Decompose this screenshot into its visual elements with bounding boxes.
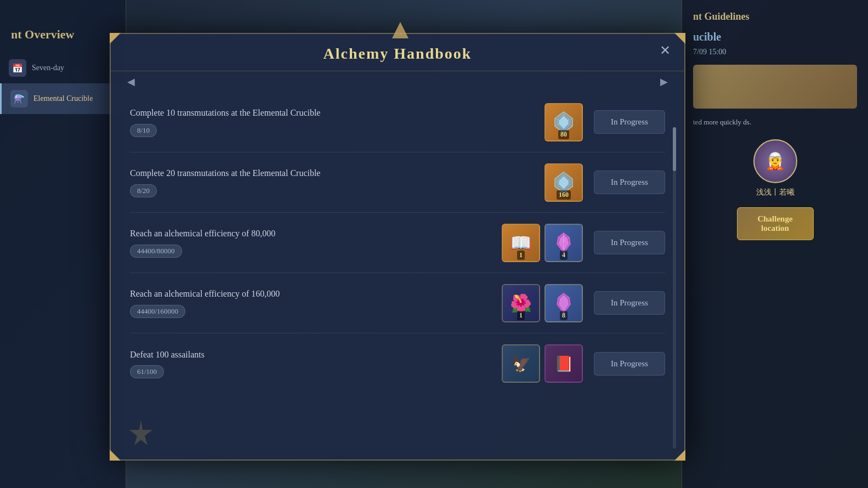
nav-left-arrow[interactable]: ◀ bbox=[127, 76, 135, 88]
nav-arrows-row: ◀ ▶ bbox=[111, 71, 684, 92]
task-rewards: 160 bbox=[544, 163, 583, 202]
elemental-crucible-icon: ⚗️ bbox=[10, 90, 28, 107]
reward-count: 8 bbox=[560, 311, 568, 320]
sidebar-item-label-crucible: Elemental Crucible bbox=[33, 94, 93, 103]
task-rewards: 🌺 1 8 bbox=[502, 284, 583, 322]
star-decoration-bl bbox=[127, 419, 155, 449]
reward-count: 1 bbox=[517, 311, 525, 320]
character-section: 🧝 浅浅丨若曦 Challenge location bbox=[693, 139, 857, 240]
challenge-btn-label: Challenge location bbox=[757, 214, 792, 232]
sidebar-item-elemental-crucible[interactable]: ⚗️ Elemental Crucible bbox=[0, 83, 126, 114]
task-status: In Progress bbox=[594, 291, 665, 315]
task-rewards: 80 bbox=[544, 103, 583, 141]
reward-item-flower: 🌺 1 bbox=[502, 284, 540, 322]
svg-rect-6 bbox=[110, 456, 114, 461]
challenge-location-button[interactable]: Challenge location bbox=[737, 207, 814, 240]
crystal-reward-icon: 8 bbox=[544, 284, 583, 322]
task-progress: 44400/160000 bbox=[130, 305, 185, 318]
reward-item-crystal: 4 bbox=[544, 224, 583, 262]
crystal-reward-icon: 4 bbox=[544, 224, 583, 262]
task-info: Defeat 100 assailants 61/100 bbox=[130, 349, 491, 378]
task-status: In Progress bbox=[594, 231, 665, 254]
right-panel: nt Guidelines ucible 7/09 15:00 ted more… bbox=[682, 0, 868, 488]
task-progress: 8/20 bbox=[130, 184, 157, 197]
corner-decoration-bl bbox=[110, 444, 126, 461]
character-reward-icon: 🦅 bbox=[502, 344, 540, 383]
reward-item-character: 🦅 bbox=[502, 344, 540, 383]
reward-item-crystal: 8 bbox=[544, 284, 583, 322]
scrollbar-thumb[interactable] bbox=[673, 127, 676, 171]
top-decoration bbox=[389, 22, 411, 41]
task-info: Complete 10 transmutations at the Elemen… bbox=[130, 107, 534, 137]
task-progress: 61/100 bbox=[130, 365, 164, 378]
seven-day-icon: 📅 bbox=[9, 59, 26, 77]
right-panel-description: ted more quickly ds. bbox=[693, 117, 857, 128]
flower-reward-icon: 🌺 1 bbox=[502, 284, 540, 322]
svg-marker-9 bbox=[129, 420, 152, 445]
scrollbar-track[interactable] bbox=[673, 127, 676, 449]
svg-marker-0 bbox=[392, 22, 409, 38]
task-row: Complete 10 transmutations at the Elemen… bbox=[130, 92, 665, 152]
book-reward-icon: 📕 bbox=[544, 344, 583, 383]
close-button[interactable]: ✕ bbox=[660, 44, 671, 57]
reward-item: 80 bbox=[544, 103, 583, 141]
task-title: Reach an alchemical efficiency of 80,000 bbox=[130, 228, 491, 240]
tasks-list: Complete 10 transmutations at the Elemen… bbox=[111, 92, 684, 452]
svg-rect-8 bbox=[681, 456, 685, 461]
reward-count: 160 bbox=[557, 190, 571, 200]
modal-title: Alchemy Handbook bbox=[324, 45, 472, 63]
right-panel-subtitle: ucible bbox=[693, 31, 857, 43]
task-rewards: 🦅 📕 bbox=[502, 344, 583, 383]
sidebar-app-title: nt Overview bbox=[0, 22, 126, 53]
task-progress: 44400/80000 bbox=[130, 245, 182, 258]
reward-item-book: 📕 bbox=[544, 344, 583, 383]
task-row: Reach an alchemical efficiency of 80,000… bbox=[130, 213, 665, 273]
sidebar: nt Overview 📅 Seven-day ⚗️ Elemental Cru… bbox=[0, 0, 126, 488]
primo-gem-reward-icon: 80 bbox=[544, 103, 583, 141]
task-rewards: 📖 1 4 bbox=[502, 224, 583, 262]
reward-count: 80 bbox=[558, 130, 569, 139]
task-row: Complete 20 transmutations at the Elemen… bbox=[130, 152, 665, 213]
right-panel-title: nt Guidelines bbox=[693, 11, 857, 22]
task-title: Reach an alchemical efficiency of 160,00… bbox=[130, 288, 491, 300]
reward-count: 1 bbox=[517, 251, 525, 260]
task-status: In Progress bbox=[594, 352, 665, 376]
character-avatar: 🧝 bbox=[753, 139, 797, 183]
task-progress: 8/10 bbox=[130, 124, 157, 137]
reward-item: 160 bbox=[544, 163, 583, 202]
right-panel-preview-image bbox=[693, 65, 857, 109]
nav-right-arrow[interactable]: ▶ bbox=[660, 76, 668, 88]
task-status: In Progress bbox=[594, 110, 665, 134]
right-panel-date: 7/09 15:00 bbox=[693, 48, 857, 56]
task-info: Reach an alchemical efficiency of 80,000… bbox=[130, 228, 491, 257]
gold-book-icon: 📖 1 bbox=[502, 224, 540, 262]
task-row: Reach an alchemical efficiency of 160,00… bbox=[130, 273, 665, 333]
character-name: 浅浅丨若曦 bbox=[756, 188, 795, 197]
task-info: Reach an alchemical efficiency of 160,00… bbox=[130, 288, 491, 317]
alchemy-handbook-modal: Alchemy Handbook ✕ ◀ ▶ Complete 10 trans… bbox=[110, 33, 685, 461]
task-row: Defeat 100 assailants 61/100 🦅 📕 In Prog… bbox=[130, 333, 665, 394]
reward-item-book: 📖 1 bbox=[502, 224, 540, 262]
task-status: In Progress bbox=[594, 171, 665, 194]
task-title: Complete 20 transmutations at the Elemen… bbox=[130, 167, 534, 179]
task-title: Complete 10 transmutations at the Elemen… bbox=[130, 107, 534, 119]
primo-gem-reward-icon: 160 bbox=[544, 163, 583, 202]
sidebar-item-seven-day[interactable]: 📅 Seven-day bbox=[0, 53, 126, 83]
task-info: Complete 20 transmutations at the Elemen… bbox=[130, 167, 534, 197]
reward-count: 4 bbox=[560, 251, 568, 260]
corner-decoration-br bbox=[669, 444, 685, 461]
task-title: Defeat 100 assailants bbox=[130, 349, 491, 361]
sidebar-item-label-seven-day: Seven-day bbox=[32, 64, 64, 72]
